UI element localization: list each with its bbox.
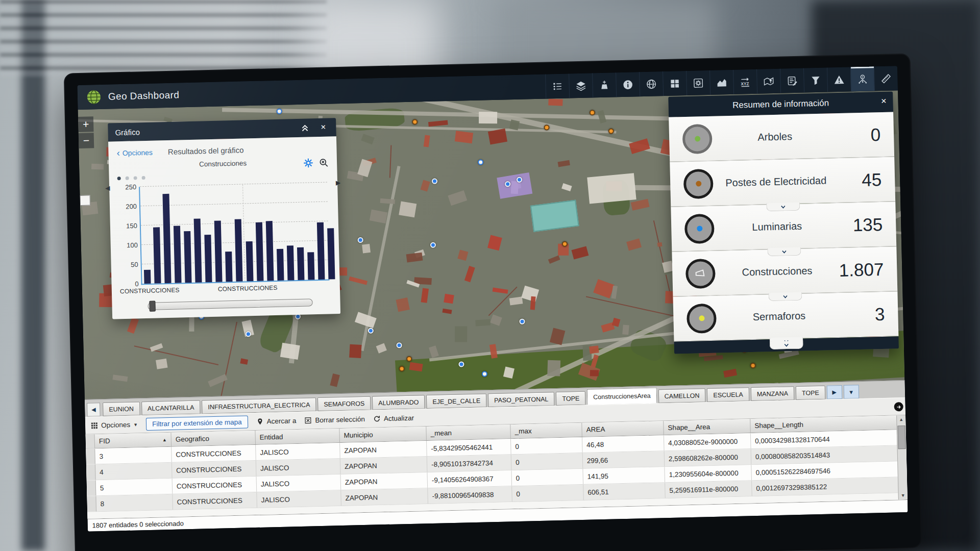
chart-next-arrow[interactable]: ▶ [336, 179, 341, 186]
toolbar-layers-button[interactable] [569, 73, 593, 98]
tab-manzana[interactable]: MANZANA [751, 386, 795, 401]
tab-escuela[interactable]: ESCUELA [707, 387, 749, 402]
column-header-fid[interactable]: FID▲ [95, 433, 172, 448]
map-building [361, 134, 374, 145]
row-handle[interactable] [86, 464, 96, 480]
map-building [444, 294, 454, 304]
legend-icon [551, 80, 564, 92]
toolbar-map-explore-button[interactable] [756, 69, 780, 94]
toolbar-filter-button[interactable] [803, 67, 827, 92]
map-building [127, 317, 139, 334]
column-header-entidad[interactable]: Entidad [255, 429, 340, 444]
options-back-link[interactable]: ‹ Opciones [116, 148, 153, 157]
map-building [399, 201, 416, 217]
toolbar-select-location-button[interactable] [850, 66, 874, 91]
attribute-table-section: ◀EUNIONALCANTARILLAINFRAESTRUCTURA_ELECT… [85, 380, 908, 519]
chart-prev-arrow[interactable]: ◀ [105, 185, 110, 192]
close-icon[interactable]: × [881, 96, 887, 107]
home-extent-button[interactable] [80, 195, 90, 206]
summary-expander-chevron[interactable] [768, 292, 802, 302]
toolbar-notes-edit-button[interactable] [780, 68, 804, 93]
tab-eunion[interactable]: EUNION [103, 402, 140, 416]
map-marker [561, 241, 567, 247]
cell-shape__area: 5,259516911e-800000 [665, 481, 752, 498]
refresh-button[interactable]: Actualizar [373, 414, 414, 423]
map-building [442, 308, 452, 314]
map-building [362, 244, 370, 254]
cell-shape__area: 4,03088052e-9000000 [664, 433, 751, 450]
pagination-dot[interactable] [142, 176, 145, 180]
cell-_max: 0 [511, 437, 583, 454]
tab-alcantarilla[interactable]: ALCANTARILLA [141, 400, 201, 416]
summary-expander-chevron[interactable] [766, 203, 800, 212]
column-header-_max[interactable]: _max [510, 423, 582, 438]
pagination-dot[interactable] [134, 176, 137, 180]
tab-tope[interactable]: TOPE [796, 386, 825, 400]
scrollbar-thumb[interactable] [898, 425, 906, 449]
column-header-municipio[interactable]: Municipio [339, 427, 427, 442]
column-header-shape__area[interactable]: Shape__Area [664, 419, 751, 435]
clear-selection-button[interactable]: Borrar selección [304, 415, 365, 424]
toolbar-info-button[interactable] [616, 72, 640, 97]
toolbar-basemap-button[interactable] [639, 71, 663, 96]
map-marker [246, 332, 251, 337]
slider-handle[interactable] [149, 301, 155, 312]
map-building [241, 320, 254, 337]
row-handle[interactable] [87, 496, 96, 511]
tab-semaforos[interactable]: SEMAFOROS [317, 396, 371, 411]
tabs-list-button[interactable]: ▼ [843, 385, 859, 399]
tab-tope[interactable]: TOPE [556, 391, 585, 406]
chart-scroll-slider[interactable] [148, 298, 312, 310]
map-building [488, 128, 507, 144]
column-header-area[interactable]: AREA [582, 421, 664, 437]
tab-alumbrado[interactable]: ALUMBRADO [372, 395, 425, 410]
tab-camellon[interactable]: CAMELLON [658, 388, 705, 403]
close-icon[interactable]: × [317, 121, 329, 133]
zoom-in-chart-icon[interactable] [318, 157, 329, 167]
scroll-up-arrow[interactable]: ▲ [899, 415, 903, 423]
table-scroll-right-button[interactable] [894, 402, 903, 411]
gear-icon[interactable] [303, 158, 313, 168]
zoom-in-button[interactable]: + [78, 116, 94, 132]
toolbar-legend-button[interactable] [545, 73, 569, 98]
row-handle[interactable] [86, 448, 95, 464]
summary-expander-chevron[interactable] [767, 247, 801, 257]
toolbar-apps-button[interactable] [663, 71, 687, 96]
map-building [561, 183, 572, 191]
tab-construccionesarea[interactable]: ConstruccionesArea [587, 387, 657, 405]
row-handle[interactable] [87, 480, 96, 495]
map-region: + − Gráfico × ‹ Opciones [78, 90, 905, 399]
scroll-down-arrow[interactable]: ▼ [901, 491, 905, 499]
summary-expander-chevron[interactable] [770, 341, 803, 350]
zoom-to-button[interactable]: Acercar a [256, 417, 296, 425]
toolbar-area-chart-button[interactable] [709, 70, 733, 95]
collapse-icon[interactable] [299, 122, 311, 134]
column-header-_mean[interactable]: _mean [426, 424, 511, 440]
column-header-label: AREA [586, 425, 605, 434]
map-building [611, 286, 618, 299]
toolbar-add-data-button[interactable] [592, 72, 616, 97]
pagination-dot[interactable] [126, 177, 129, 180]
y-axis-tick-label: 200 [126, 203, 137, 211]
toolbar-xyz-coordinates-button[interactable]: XYZ [733, 69, 757, 94]
toolbar-settings-button[interactable] [686, 70, 710, 95]
column-header-geografico[interactable]: Geografico [171, 431, 256, 446]
clear-selection-icon [304, 416, 312, 424]
toolbar-warning-button[interactable] [827, 67, 851, 92]
pagination-dot[interactable] [117, 177, 121, 180]
map-building [503, 367, 515, 379]
bar [246, 241, 253, 282]
toolbar-measure-button[interactable] [874, 66, 898, 91]
tabs-scroll-left-button[interactable]: ◀ [87, 403, 101, 417]
tab-paso_peatonal[interactable]: PASO_PEATONAL [488, 392, 555, 407]
map-marker [412, 119, 418, 124]
options-menu[interactable]: Opciones ▼ [90, 420, 138, 429]
map-building [448, 190, 468, 205]
table-vertical-scrollbar[interactable]: ▲ ▼ [896, 415, 908, 499]
zoom-out-button[interactable]: − [79, 133, 94, 148]
semaforo-point-icon [687, 303, 717, 333]
tabs-scroll-right-button[interactable]: ▶ [826, 385, 842, 399]
cell-entidad: JALISCO [256, 459, 341, 476]
filter-by-map-extent-button[interactable]: Filtrar por extensión de mapa [146, 415, 248, 431]
tab-eje_de_calle[interactable]: EJE_DE_CALLE [426, 393, 486, 409]
